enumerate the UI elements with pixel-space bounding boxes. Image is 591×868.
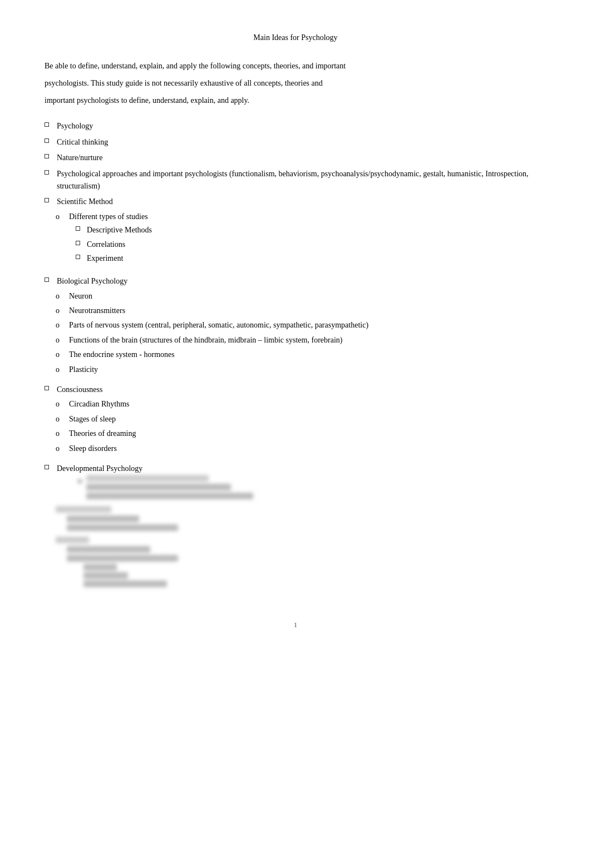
sub-item-stages-of-sleep: o Stages of sleep [56, 413, 136, 425]
page-container: Main Ideas for Psychology Be able to def… [0, 0, 591, 868]
item-label: Critical thinking [57, 136, 108, 148]
sub-item-sleep-disorders: o Sleep disorders [56, 443, 136, 455]
bullet-icon [45, 465, 49, 469]
sub-item-plasticity: o Plasticity [56, 364, 368, 376]
sub-item-neurotransmitters: o Neurotransmitters [56, 305, 368, 317]
sub-item-label: Stages of sleep [69, 413, 116, 425]
page-title: Main Ideas for Psychology [45, 33, 546, 42]
sub-sub-label: Correlations [87, 239, 125, 251]
sub-bullet-icon: o [56, 364, 65, 376]
intro-line-3: important psychologists to define, under… [45, 96, 249, 105]
sub-sub-label: Experiment [87, 252, 123, 265]
item-label: Consciousness [57, 384, 102, 396]
sub-item-label: Functions of the brain (structures of th… [69, 334, 342, 346]
blurred-section-2 [56, 506, 178, 531]
page-number: 1 [45, 621, 546, 629]
list-item-biological-psychology: Biological Psychology o Neuron o Neurotr… [45, 275, 546, 380]
types-of-studies-list: Descriptive Methods Correlations Experim… [76, 224, 152, 266]
sub-sub-bullet-icon [76, 255, 80, 259]
biological-psychology-sublist: o Neuron o Neurotransmitters o Parts of … [56, 290, 368, 378]
sub-item-label: Circadian Rhythms [69, 398, 130, 410]
item-label: Developmental Psychology [57, 463, 142, 475]
sub-sub-label: Descriptive Methods [87, 224, 152, 236]
sub-item-label: Sleep disorders [69, 443, 117, 455]
item-label: Biological Psychology [57, 275, 127, 287]
main-list: Psychology Critical thinking Nature/nurt… [45, 120, 546, 587]
consciousness-sublist: o Circadian Rhythms o Stages of sleep o … [56, 398, 136, 457]
bullet-icon [45, 277, 49, 282]
sub-item-nervous-system: o Parts of nervous system (central, peri… [56, 319, 368, 331]
sub-item-different-types: o Different types of studies Descriptive… [56, 211, 152, 268]
item-label: Nature/nurture [57, 152, 102, 164]
sub-item-circadian: o Circadian Rhythms [56, 398, 136, 410]
list-item-critical-thinking: Critical thinking [45, 136, 546, 148]
sub-bullet-icon: o [56, 334, 65, 346]
list-item-scientific-method: Scientific Method o Different types of s… [45, 196, 546, 272]
sub-item-label: Neurotransmitters [69, 305, 125, 317]
sub-bullet-icon: o [56, 398, 65, 410]
sub-item-endocrine: o The endocrine system - hormones [56, 349, 368, 361]
list-item-psychology: Psychology [45, 120, 546, 132]
intro-line-1: Be able to define, understand, explain, … [45, 62, 346, 70]
sub-sub-bullet-icon [76, 226, 80, 231]
sub-item-label: Neuron [69, 290, 92, 302]
sub-item-label: Different types of studies [69, 211, 148, 223]
sub-bullet-icon: o [56, 211, 65, 223]
sub-sub-item-correlations: Correlations [76, 239, 152, 251]
bullet-icon [45, 198, 49, 202]
item-label: Psychological approaches and important p… [57, 168, 546, 193]
bullet-icon [45, 170, 49, 175]
item-label: Scientific Method [57, 196, 113, 208]
sub-bullet-icon: o [56, 319, 65, 331]
bullet-icon [45, 122, 49, 127]
sub-sub-bullet-icon [76, 241, 80, 245]
blurred-developmental-content: o [78, 475, 253, 502]
sub-item-label: Parts of nervous system (central, periph… [69, 319, 368, 331]
scientific-method-sublist: o Different types of studies Descriptive… [56, 211, 152, 270]
sub-item-label: Theories of dreaming [69, 428, 136, 440]
intro-paragraph: Be able to define, understand, explain, … [45, 58, 546, 109]
sub-item-neuron: o Neuron [56, 290, 368, 302]
sub-sub-item-experiment: Experiment [76, 252, 152, 265]
sub-item-theories-of-dreaming: o Theories of dreaming [56, 428, 136, 440]
list-item-psychological-approaches: Psychological approaches and important p… [45, 168, 546, 193]
bullet-icon [45, 138, 49, 143]
sub-bullet-icon: o [56, 413, 65, 425]
bullet-icon [45, 386, 49, 390]
sub-item-label: Plasticity [69, 364, 98, 376]
sub-bullet-icon: o [56, 305, 65, 317]
item-label: Psychology [57, 120, 93, 132]
sub-item-brain-functions: o Functions of the brain (structures of … [56, 334, 368, 346]
sub-sub-item-descriptive: Descriptive Methods [76, 224, 152, 236]
sub-bullet-icon: o [56, 349, 65, 361]
sub-bullet-icon: o [56, 428, 65, 440]
intro-line-2: psychologists. This study guide is not n… [45, 79, 323, 87]
list-item-consciousness: Consciousness o Circadian Rhythms o Stag… [45, 384, 546, 459]
sub-bullet-icon: o [56, 290, 65, 302]
list-item-developmental-psychology: Developmental Psychology o [45, 463, 546, 587]
bullet-icon [45, 154, 49, 158]
sub-bullet-icon: o [56, 443, 65, 455]
blurred-section-3 [56, 537, 178, 587]
sub-item-label: The endocrine system - hormones [69, 349, 175, 361]
list-item-nature-nurture: Nature/nurture [45, 152, 546, 164]
